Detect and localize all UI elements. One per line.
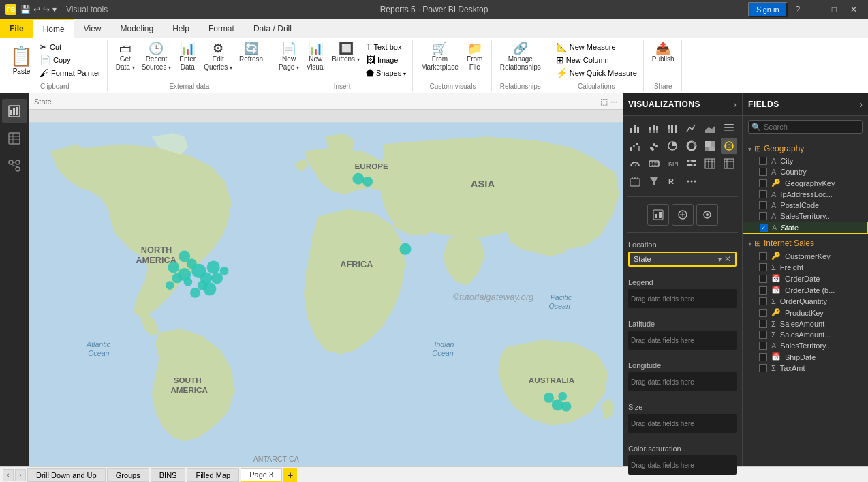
freight-checkbox[interactable] bbox=[759, 263, 767, 271]
bar-chart-icon[interactable] bbox=[627, 120, 643, 136]
edit-queries-button[interactable]: ⚙ EditQueries ▾ bbox=[201, 41, 235, 73]
copy-button[interactable]: 📄 Copy bbox=[37, 54, 103, 66]
field-productkey[interactable]: 🔑 ProductKey bbox=[743, 307, 868, 318]
enter-data-button[interactable]: 📊 EnterData bbox=[175, 41, 200, 73]
field-customerkey[interactable]: 🔑 CustomerKey bbox=[743, 250, 868, 262]
geographykey-checkbox[interactable] bbox=[759, 179, 767, 187]
customerkey-checkbox[interactable] bbox=[759, 252, 767, 260]
canvas-more-icon[interactable]: ··· bbox=[610, 97, 617, 106]
undo-btn[interactable]: ↩ bbox=[33, 5, 40, 14]
more-visuals-icon[interactable] bbox=[683, 173, 700, 190]
textbox-button[interactable]: T Text box bbox=[364, 41, 408, 53]
report-view-icon[interactable] bbox=[2, 99, 27, 123]
drill-icon[interactable] bbox=[696, 204, 718, 226]
kpi-icon[interactable]: KPI bbox=[664, 155, 681, 172]
salesamount-b-checkbox[interactable] bbox=[759, 331, 767, 339]
tab-filled-map[interactable]: Filled Map bbox=[187, 468, 239, 482]
city-checkbox[interactable] bbox=[759, 157, 767, 165]
stacked-area-icon[interactable] bbox=[702, 120, 718, 136]
image-button[interactable]: 🖼 Image bbox=[364, 54, 408, 66]
maximize-button[interactable]: □ bbox=[826, 5, 842, 14]
tab-nav-right[interactable]: › bbox=[15, 469, 26, 481]
ipaddress-checkbox[interactable] bbox=[759, 190, 767, 198]
fields-panel-expand-icon[interactable]: › bbox=[859, 99, 863, 110]
tab-modeling[interactable]: Modeling bbox=[110, 19, 163, 38]
field-orderdate-b[interactable]: 📅 OrderDate (b... bbox=[743, 284, 868, 296]
scatter-icon[interactable] bbox=[646, 138, 662, 154]
field-salesamount[interactable]: Σ SalesAmount bbox=[743, 318, 868, 329]
buttons-button[interactable]: 🔲 Buttons ▾ bbox=[329, 41, 362, 65]
shapes-button[interactable]: ⬟ Shapes ▾ bbox=[364, 67, 408, 79]
field-salesterritory-is[interactable]: A SalesTerritory... bbox=[743, 340, 868, 351]
tab-file[interactable]: File bbox=[0, 19, 33, 38]
from-marketplace-button[interactable]: 🛒 FromMarketplace bbox=[418, 41, 461, 73]
location-remove-icon[interactable]: ✕ bbox=[724, 254, 731, 264]
r-script-icon[interactable]: R bbox=[664, 173, 681, 190]
get-data-button[interactable]: 🗃 GetData ▾ bbox=[113, 41, 138, 73]
field-freight[interactable]: Σ Freight bbox=[743, 262, 868, 273]
100pct-stacked-bar-icon[interactable] bbox=[664, 120, 681, 136]
location-dropdown-icon[interactable]: ▾ bbox=[718, 256, 722, 263]
new-visual-button[interactable]: 📊 NewVisual bbox=[303, 41, 328, 73]
tab-drill-down[interactable]: Drill Down and Up bbox=[27, 468, 106, 482]
format-icon[interactable] bbox=[647, 204, 669, 226]
stacked-bar-icon[interactable] bbox=[646, 120, 662, 136]
format-painter-button[interactable]: 🖌 Format Painter bbox=[37, 67, 103, 79]
new-measure-button[interactable]: 📐 New Measure bbox=[554, 41, 639, 53]
add-page-button[interactable]: + bbox=[283, 468, 297, 482]
analytics-icon[interactable] bbox=[672, 204, 694, 226]
tab-format[interactable]: Format bbox=[199, 19, 244, 38]
field-city[interactable]: A City bbox=[743, 155, 868, 166]
shipdate-checkbox[interactable] bbox=[759, 353, 767, 361]
salesterritory-is-checkbox[interactable] bbox=[759, 342, 767, 350]
treemap-icon[interactable] bbox=[702, 138, 718, 154]
waterfall-icon[interactable] bbox=[627, 138, 643, 154]
field-orderdate[interactable]: 📅 OrderDate bbox=[743, 273, 868, 284]
legend-drop-zone[interactable]: Drag data fields here bbox=[628, 289, 737, 308]
orderquantity-checkbox[interactable] bbox=[759, 297, 767, 305]
latitude-drop-zone[interactable]: Drag data fields here bbox=[628, 331, 737, 350]
country-checkbox[interactable] bbox=[759, 168, 767, 176]
sign-in-button[interactable]: Sign in bbox=[748, 2, 788, 17]
gauge-icon[interactable] bbox=[627, 155, 643, 172]
tab-groups[interactable]: Groups bbox=[107, 468, 149, 482]
field-postalcode[interactable]: A PostalCode bbox=[743, 200, 868, 211]
field-country[interactable]: A Country bbox=[743, 166, 868, 177]
tab-bins[interactable]: BINS bbox=[151, 468, 186, 482]
field-geographykey[interactable]: 🔑 GeographyKey bbox=[743, 177, 868, 189]
recent-sources-button[interactable]: 🕒 RecentSources ▾ bbox=[139, 41, 174, 73]
taxamt-checkbox[interactable] bbox=[759, 364, 767, 372]
field-shipdate[interactable]: 📅 ShipDate bbox=[743, 351, 868, 363]
ribbon-chart-icon[interactable] bbox=[721, 120, 737, 136]
location-field-filled[interactable]: State ▾ ✕ bbox=[628, 252, 737, 267]
tab-data-drill[interactable]: Data / Drill bbox=[244, 19, 301, 38]
tab-help[interactable]: Help bbox=[163, 19, 199, 38]
fields-search-input[interactable] bbox=[748, 120, 863, 134]
data-view-icon[interactable] bbox=[2, 126, 27, 151]
line-chart-icon[interactable] bbox=[683, 120, 700, 136]
tab-view[interactable]: View bbox=[74, 19, 111, 38]
salesterritory-geo-checkbox[interactable] bbox=[759, 212, 767, 220]
pie-chart-icon[interactable] bbox=[664, 138, 681, 154]
relationship-view-icon[interactable] bbox=[2, 153, 27, 178]
size-drop-zone[interactable]: Drag data fields here bbox=[628, 414, 737, 433]
postalcode-checkbox[interactable] bbox=[759, 201, 767, 209]
field-taxamt[interactable]: Σ TaxAmt bbox=[743, 363, 868, 374]
salesamount-checkbox[interactable] bbox=[759, 320, 767, 328]
internet-sales-category-header[interactable]: ▾ ⊞ Internet Sales bbox=[743, 237, 868, 250]
refresh-button[interactable]: 🔄 Refresh bbox=[236, 41, 266, 65]
new-quick-measure-button[interactable]: ⚡ New Quick Measure bbox=[554, 67, 639, 79]
color-saturation-drop-zone[interactable]: Drag data fields here bbox=[628, 455, 737, 475]
slicer-icon[interactable] bbox=[683, 155, 700, 172]
paste-button[interactable]: 📋 Paste bbox=[7, 44, 36, 76]
funnel-icon[interactable] bbox=[646, 173, 662, 190]
from-file-button[interactable]: 📁 FromFile bbox=[463, 41, 487, 73]
matrix-icon[interactable] bbox=[721, 155, 737, 172]
map-icon[interactable] bbox=[721, 138, 737, 154]
viz-panel-expand-icon[interactable]: › bbox=[733, 99, 737, 110]
table-icon[interactable] bbox=[702, 155, 718, 172]
redo-btn[interactable]: ↪ bbox=[43, 5, 50, 14]
state-checkbox[interactable]: ✓ bbox=[760, 224, 768, 232]
field-salesamount-b[interactable]: Σ SalesAmount... bbox=[743, 329, 868, 340]
save-btn[interactable]: 💾 bbox=[20, 5, 31, 14]
